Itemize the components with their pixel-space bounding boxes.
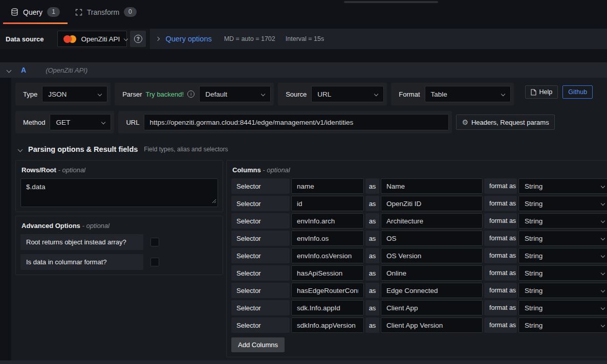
selector-input[interactable] [291,231,364,246]
query-row-header[interactable]: A (OpenZiti API) [0,62,607,78]
column-row: Selector as format as String [231,178,607,194]
next-section-strip [0,360,607,364]
column-format-select[interactable]: String [518,283,607,298]
format-select[interactable]: Table [425,86,511,102]
as-label: as [365,213,379,229]
collapse-chevron-icon [18,147,23,152]
column-row: Selector as format as String [231,213,607,229]
query-options-toggle[interactable]: Query options [165,35,211,43]
info-circle-icon[interactable]: i [187,90,194,98]
root-returns-object-checkbox[interactable] [150,238,159,246]
column-format-select[interactable]: String [518,231,607,246]
columnar-format-checkbox[interactable] [150,258,159,266]
type-select[interactable]: JSON [42,86,107,102]
help-button[interactable]: Help [525,85,558,99]
column-row: Selector as format as String [231,317,607,333]
column-format-value: String [525,322,543,329]
format-as-label: format as [484,196,517,211]
selector-label: Selector [231,231,290,246]
source-group: Source URL [278,83,387,105]
source-value: URL [317,90,331,98]
chevron-down-icon [601,201,605,206]
column-format-select[interactable]: String [518,178,607,194]
selector-input[interactable] [291,283,364,298]
format-label: Format [394,90,424,98]
chevron-down-icon [601,219,605,223]
chevron-down-icon [374,92,378,96]
format-as-label: format as [484,248,517,263]
chevron-down-icon [601,323,605,327]
parser-value: Default [205,90,227,98]
parser-select[interactable]: Default [199,86,271,102]
datasource-label: Data source [0,29,49,49]
column-row: Selector as format as String [231,231,607,246]
column-row: Selector as format as String [231,300,607,315]
tab-transform[interactable]: Transform 0 [68,0,144,24]
top-buttons: Help Github [525,85,593,99]
method-group: Method GET [15,111,114,133]
selector-input[interactable] [291,248,364,263]
column-format-value: String [525,235,543,242]
columns-label: Columns - optional [232,166,607,174]
method-select[interactable]: GET [50,114,111,130]
alias-input[interactable] [381,231,483,246]
chevron-down-icon [124,37,128,41]
headers-request-params-button[interactable]: ⚙ Headers, Request params [456,115,554,130]
column-format-select[interactable]: String [518,300,607,315]
alias-input[interactable] [381,196,483,211]
question-circle-icon: ? [134,35,142,43]
column-row: Selector as format as String [231,248,607,263]
datasource-value: OpenZiti API [81,35,120,43]
transform-count-badge: 0 [124,7,137,17]
source-select[interactable]: URL [311,86,384,102]
alias-input[interactable] [381,317,483,333]
selector-input[interactable] [291,213,364,229]
document-icon [531,89,536,96]
selector-label: Selector [231,317,290,333]
source-label: Source [281,90,311,98]
format-as-label: format as [484,283,517,298]
datasource-help-button[interactable]: ? [130,31,146,47]
rows-root-label: Rows/Root - optional [21,166,218,174]
alias-input[interactable] [381,248,483,263]
selector-input[interactable] [291,300,364,315]
format-as-label: format as [484,300,517,315]
add-columns-button[interactable]: Add Columns [231,337,285,352]
alias-input[interactable] [381,283,483,298]
rows-root-input[interactable]: $.data [20,178,218,207]
panel-resize-handle[interactable] [344,1,438,3]
alias-input[interactable] [381,300,483,315]
column-format-select[interactable]: String [518,196,607,211]
github-button[interactable]: Github [562,85,593,99]
column-row: Selector as format as String [231,283,607,298]
type-value: JSON [48,90,67,98]
query-options-header: Query options MD = auto = 1702 Interval … [150,29,607,49]
alias-input[interactable] [381,178,483,194]
type-label: Type [18,90,42,98]
column-format-select[interactable]: String [518,265,607,281]
as-label: as [365,196,379,211]
alias-input[interactable] [381,265,483,281]
column-format-value: String [525,287,543,294]
url-input[interactable] [144,114,449,130]
tab-transform-label: Transform [87,8,119,16]
selector-input[interactable] [291,196,364,211]
chevron-down-icon [98,92,102,96]
column-format-select[interactable]: String [518,213,607,229]
datasource-picker[interactable]: OpenZiti API [57,31,127,47]
parser-label: Parser Try backend! i [118,90,199,98]
column-format-select[interactable]: String [518,317,607,333]
advanced-options-panel: Advanced Options - optional Root returns… [15,216,223,275]
parser-group: Parser Try backend! i Default [115,83,274,105]
format-value: Table [431,90,447,98]
as-label: as [365,265,379,281]
parsing-section-header[interactable]: Parsing options & Result fields Field ty… [18,145,597,153]
format-as-label: format as [484,265,517,281]
alias-input[interactable] [381,213,483,229]
tab-query[interactable]: Query 1 [3,0,68,24]
selector-input[interactable] [291,317,364,333]
column-format-select[interactable]: String [518,248,607,263]
editor-row-2: Method GET URL ⚙ Headers, Request params [15,111,597,133]
selector-input[interactable] [291,178,364,194]
selector-input[interactable] [291,265,364,281]
